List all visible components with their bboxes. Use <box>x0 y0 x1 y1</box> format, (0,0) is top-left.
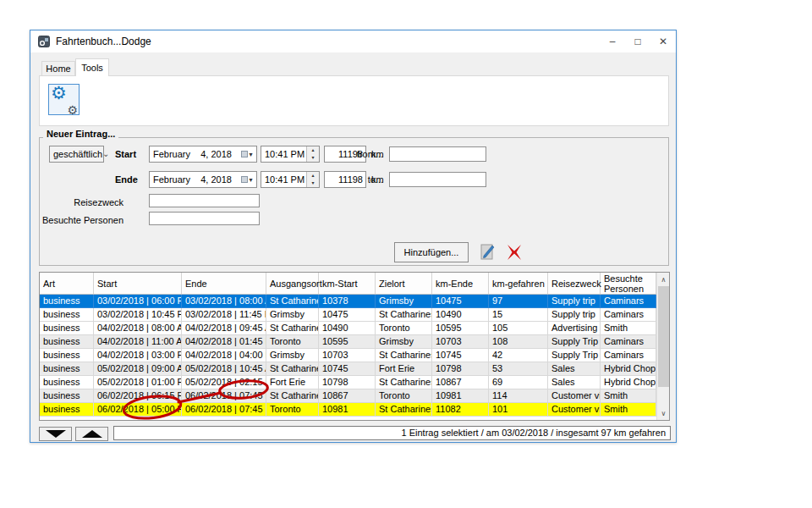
nav-down-button[interactable] <box>39 427 72 441</box>
table-cell: Smith <box>601 322 656 335</box>
table-cell: St Catharines <box>376 376 432 389</box>
table-row[interactable]: business04/02/2018 | 08:00 AM04/02/2018 … <box>40 322 656 335</box>
table-row[interactable]: business06/02/2018 | 05:00 PM06/02/2018 … <box>40 403 656 417</box>
reisezweck-input[interactable] <box>149 194 260 207</box>
table-cell: 10745 <box>432 349 489 362</box>
edit-entry-button[interactable] <box>476 242 499 262</box>
tab-home[interactable]: Home <box>41 61 75 76</box>
table-cell: 06/02/2018 | 07:45 PM <box>182 403 266 417</box>
table-cell: 10798 <box>319 376 376 389</box>
table-cell: 10798 <box>432 362 489 376</box>
table-cell: Grimsby <box>266 349 319 362</box>
besuchte-personen-input[interactable] <box>149 212 260 225</box>
chevron-down-icon: ⌄ <box>102 146 109 162</box>
settings-gears-button[interactable]: ⚙ ⚙ <box>48 84 80 115</box>
table-row[interactable]: business05/02/2018 | 01:00 PM05/02/2018 … <box>40 376 656 389</box>
table-cell: Caminars <box>601 335 656 349</box>
start-label: Start <box>115 149 136 159</box>
column-header[interactable]: km-Start <box>319 273 376 294</box>
table-row[interactable]: business03/02/2018 | 10:45 PM03/02/2018 … <box>40 308 656 322</box>
scroll-down-button[interactable]: ∨ <box>657 406 670 420</box>
close-button[interactable]: ✕ <box>650 30 676 52</box>
start-date-value: February 4, 2018 <box>150 149 238 159</box>
ende-date-picker[interactable]: February 4, 2018 ▾ <box>149 171 257 188</box>
table-cell: 03/02/2018 | 10:45 PM <box>94 308 182 322</box>
table-cell: 10981 <box>432 389 489 403</box>
table-cell: Supply Trip <box>548 335 601 349</box>
scroll-up-button[interactable]: ∧ <box>657 273 670 286</box>
table-row[interactable]: business04/02/2018 | 03:00 PM04/02/2018 … <box>40 349 656 362</box>
ende-time-input[interactable]: 10:41 PM ▴ ▾ <box>261 171 320 188</box>
start-date-dropdown-button[interactable]: ▾ <box>238 146 256 162</box>
column-header[interactable]: Start <box>94 273 182 294</box>
start-time-input[interactable]: 10:41 PM ▴ ▾ <box>261 146 320 163</box>
table-cell: 10378 <box>319 295 376 308</box>
time-spinner[interactable]: ▴ ▾ <box>306 172 319 187</box>
column-header[interactable]: Besuchte Personen <box>601 273 656 294</box>
column-header[interactable]: km-gefahren <box>489 273 548 294</box>
table-row[interactable]: business03/02/2018 | 06:00 PM03/02/2018 … <box>40 295 656 308</box>
scrollbar-thumb[interactable] <box>658 286 669 387</box>
column-header[interactable]: Art <box>40 273 94 294</box>
table-cell: business <box>40 376 94 389</box>
table-cell: St Catharines <box>376 308 432 322</box>
table-cell: Smith <box>601 403 656 417</box>
window-title: Fahrtenbuch...Dodge <box>56 36 151 47</box>
table-cell: Fort Erie <box>266 376 319 389</box>
table-cell: Fort Erie <box>376 362 432 376</box>
category-select[interactable]: geschäftlich ⌄ <box>49 146 104 163</box>
tab-tools[interactable]: Tools <box>75 58 109 76</box>
nav-up-button[interactable] <box>75 427 108 441</box>
table-header-row: ArtStartEndeAusgangsortkm-StartZielortkm… <box>40 273 656 295</box>
spinner-down-icon: ▾ <box>307 179 319 187</box>
minimize-button[interactable]: – <box>600 30 625 52</box>
table-cell: 10595 <box>432 322 489 335</box>
delete-entry-button[interactable] <box>502 242 525 262</box>
table-row[interactable]: business05/02/2018 | 09:00 AM05/02/2018 … <box>40 362 656 376</box>
scroll-up-icon: ∧ <box>661 276 667 284</box>
maximize-button[interactable]: □ <box>625 30 650 52</box>
category-value: geschäftlich <box>50 149 102 159</box>
chevron-down-icon: ▾ <box>249 151 252 158</box>
table-cell: 11082 <box>432 403 489 417</box>
column-header[interactable]: Ende <box>182 273 266 294</box>
column-header[interactable]: Reisezweck <box>548 273 601 294</box>
chevron-down-icon: ▾ <box>249 176 252 184</box>
table-row[interactable]: business06/02/2018 | 06:15 PM06/02/2018 … <box>40 389 656 403</box>
table-cell: 04/02/2018 | 11:00 AM <box>94 335 182 349</box>
table-cell: St Catharines <box>266 322 319 335</box>
table-cell: Toronto <box>266 335 319 349</box>
trips-table: ArtStartEndeAusgangsortkm-StartZielortkm… <box>39 272 670 421</box>
column-header[interactable]: Zielort <box>376 273 432 294</box>
table-row[interactable]: business04/02/2018 | 11:00 AM04/02/2018 … <box>40 335 656 349</box>
table-cell: Hybrid Choppers <box>601 376 656 389</box>
from-input[interactable] <box>389 146 486 162</box>
table-cell: 05/02/2018 | 01:00 PM <box>94 376 182 389</box>
vertical-scrollbar[interactable]: ∧ ∨ <box>656 273 669 420</box>
column-header[interactable]: km-Ende <box>432 273 489 294</box>
to-label: to... <box>343 174 383 185</box>
ende-time-value: 10:41 PM <box>261 174 306 185</box>
table-cell: 10475 <box>319 308 376 322</box>
table-cell: Grimsby <box>376 335 432 349</box>
table-cell: 06/02/2018 | 06:15 PM <box>94 389 182 403</box>
table-cell: 04/02/2018 | 03:00 PM <box>94 349 182 362</box>
table-cell: business <box>40 322 94 335</box>
table-cell: 10867 <box>432 376 489 389</box>
table-cell: Advertising <box>548 322 601 335</box>
tools-ribbon-panel: ⚙ ⚙ <box>39 75 669 126</box>
time-spinner[interactable]: ▴ ▾ <box>306 146 319 162</box>
start-date-picker[interactable]: February 4, 2018 ▾ <box>149 146 257 163</box>
table-cell: 10703 <box>319 349 376 362</box>
ende-date-dropdown-button[interactable]: ▾ <box>238 172 256 187</box>
table-cell: Grimsby <box>266 308 319 322</box>
add-entry-button[interactable]: Hinzufügen... <box>394 242 469 262</box>
maximize-icon: □ <box>634 36 640 47</box>
table-cell: St Catharines <box>266 362 319 376</box>
table-cell: 114 <box>489 389 548 403</box>
table-cell: business <box>40 362 94 376</box>
table-cell: business <box>40 349 94 362</box>
to-input[interactable] <box>389 172 486 187</box>
titlebar[interactable]: Fahrtenbuch...Dodge – □ ✕ <box>30 30 676 52</box>
column-header[interactable]: Ausgangsort <box>266 273 319 294</box>
